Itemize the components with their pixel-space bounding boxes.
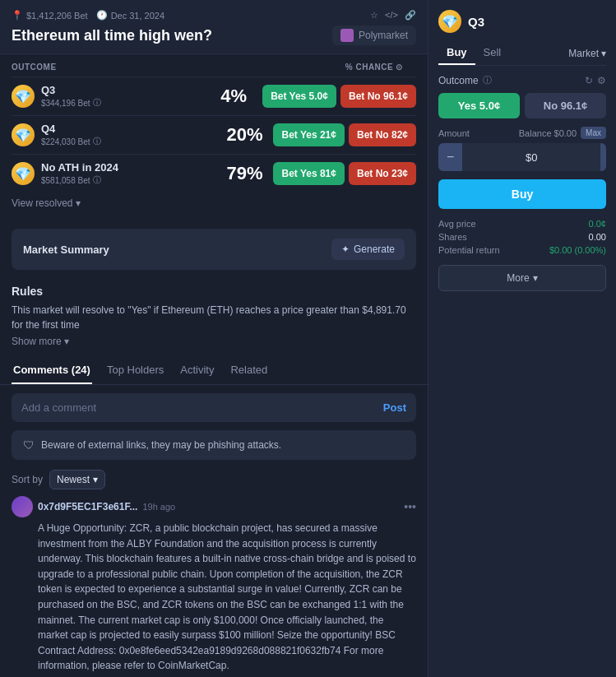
- comments-list: 0x7d9F5EC1F3e61F... 19h ago ••• A Huge O…: [0, 496, 428, 677]
- rotate-icon[interactable]: ↻: [585, 75, 593, 86]
- outcome-icon-q3: 💎: [12, 85, 35, 108]
- comment-user-1: 0x7d9F5EC1F3e61F... 19h ago: [12, 496, 175, 517]
- star-icon[interactable]: ☆: [370, 10, 378, 21]
- outcome-table-header: OUTCOME % CHANCE ⊙: [12, 63, 416, 77]
- decrement-button[interactable]: −: [438, 143, 462, 171]
- balance-value: Balance $0.00: [519, 128, 577, 138]
- market-summary-title: Market Summary: [23, 243, 109, 256]
- stat-label-shares: Shares: [438, 232, 467, 242]
- gear-icon[interactable]: ⚙: [597, 75, 606, 86]
- outcome-icon-q4: 💎: [12, 123, 35, 146]
- avatar-1: [12, 496, 33, 517]
- bet-buttons-q3: Bet Yes 5.0¢ Bet No 96.1¢: [262, 85, 416, 108]
- stat-label-return: Potential return: [438, 245, 500, 255]
- show-more-label: Show more: [12, 336, 62, 347]
- rp-market-title: Q3: [468, 15, 484, 29]
- comment-time-1: 19h ago: [142, 502, 175, 512]
- more-label: More: [507, 272, 529, 284]
- tab-activity[interactable]: Activity: [178, 357, 215, 384]
- rp-choice-buttons: Yes 5.0¢ No 96.1¢: [438, 93, 606, 118]
- outcome-info-noath: No ATH in 2024 $581,058 Bet ⓘ: [41, 161, 215, 186]
- tab-related[interactable]: Related: [229, 357, 269, 384]
- generate-label: Generate: [354, 243, 395, 255]
- bet-no-q4[interactable]: Bet No 82¢: [349, 123, 416, 146]
- tab-comments[interactable]: Comments (24): [12, 357, 92, 384]
- post-button[interactable]: Post: [383, 401, 406, 414]
- sort-row: Sort by Newest ▾: [0, 466, 428, 496]
- tab-top-holders-label: Top Holders: [107, 364, 164, 376]
- outcome-row-q3: 💎 Q3 $344,196 Bet ⓘ 4% Bet Yes 5.0¢ Bet …: [12, 77, 416, 115]
- bet-amount: $1,412,206 Bet: [26, 11, 88, 21]
- date-meta: 🕐 Dec 31, 2024: [96, 10, 164, 21]
- polymarket-icon: [340, 29, 354, 42]
- more-button[interactable]: More ▾: [438, 265, 606, 291]
- outcome-name-q4: Q4: [41, 123, 215, 135]
- code-icon[interactable]: </>: [385, 10, 398, 21]
- info-dot: ⓘ: [93, 174, 101, 186]
- rp-tab-sell[interactable]: Sell: [475, 41, 510, 65]
- rp-market-icon: 💎: [438, 10, 461, 33]
- comment-item: 0x7d9F5EC1F3e61F... 19h ago ••• A Huge O…: [12, 496, 416, 677]
- generate-button[interactable]: ✦ Generate: [331, 239, 405, 260]
- max-button[interactable]: Max: [581, 127, 606, 139]
- polymarket-badge: Polymarket: [332, 26, 416, 45]
- outcome-info-q3: Q3 $344,196 Bet ⓘ: [41, 84, 205, 109]
- chevron-down-icon: ▾: [601, 48, 606, 59]
- tab-top-holders[interactable]: Top Holders: [105, 357, 165, 384]
- outcome-icon-noath: 💎: [12, 162, 35, 185]
- bet-buttons-q4: Bet Yes 21¢ Bet No 82¢: [273, 123, 416, 146]
- market-label: Market: [568, 48, 599, 59]
- link-icon[interactable]: 🔗: [405, 10, 416, 21]
- stat-label-avg: Avg price: [438, 219, 476, 229]
- market-summary-section: Market Summary ✦ Generate: [12, 229, 416, 270]
- rp-tab-buy[interactable]: Buy: [438, 41, 475, 65]
- rp-yes-button[interactable]: Yes 5.0¢: [438, 93, 520, 118]
- stat-potential-return: Potential return $0.00 (0.00%): [438, 243, 606, 257]
- rp-market-dropdown[interactable]: Market ▾: [568, 48, 606, 59]
- info-dot: ⓘ: [93, 97, 101, 109]
- buy-button[interactable]: Buy: [438, 179, 606, 209]
- chevron-down-icon: ▾: [93, 474, 98, 485]
- comment-more-icon-1[interactable]: •••: [404, 500, 416, 513]
- tabs-section: Comments (24) Top Holders Activity Relat…: [0, 354, 428, 385]
- outcome-col-header: OUTCOME: [12, 63, 345, 72]
- amount-input[interactable]: [462, 151, 600, 164]
- bet-yes-noath[interactable]: Bet Yes 81¢: [273, 162, 345, 185]
- tab-comments-count: (24): [72, 364, 90, 376]
- stat-shares: Shares 0.00: [438, 230, 606, 243]
- sort-dropdown[interactable]: Newest ▾: [49, 470, 105, 489]
- header-actions: ☆ </> 🔗: [370, 10, 416, 21]
- header-title-row: Ethereum all time high wen? Polymarket: [12, 26, 416, 45]
- view-resolved-btn[interactable]: View resolved ▾: [12, 192, 416, 212]
- amount-label-text: Amount: [438, 128, 470, 138]
- rp-no-button[interactable]: No 96.1¢: [525, 93, 606, 118]
- page-header: 📍 $1,412,206 Bet 🕐 Dec 31, 2024 ☆ </> 🔗 …: [0, 0, 428, 54]
- warning-bar: 🛡 Beware of external links, they may be …: [12, 430, 416, 460]
- comment-username-1[interactable]: 0x7d9F5EC1F3e61F...: [38, 501, 137, 512]
- rp-tabs: Buy Sell Market ▾: [438, 41, 606, 66]
- rules-title: Rules: [12, 285, 416, 298]
- outcome-chance-q4: 20%: [215, 124, 273, 146]
- show-more-btn[interactable]: Show more ▾: [12, 336, 416, 347]
- outcome-section: OUTCOME % CHANCE ⊙ 💎 Q3 $344,196 Bet ⓘ 4…: [0, 54, 428, 220]
- stat-val-shares: 0.00: [589, 232, 606, 242]
- header-date: Dec 31, 2024: [111, 11, 164, 21]
- bet-no-q3[interactable]: Bet No 96.1¢: [340, 85, 416, 108]
- outcome-chance-noath: 79%: [215, 163, 273, 184]
- rules-section: Rules This market will resolve to "Yes" …: [0, 278, 428, 354]
- rules-text: This market will resolve to "Yes" if Eth…: [12, 303, 416, 332]
- bet-yes-q4[interactable]: Bet Yes 21¢: [273, 123, 345, 146]
- sparkle-icon: ✦: [341, 243, 350, 255]
- sort-by-label: Sort by: [12, 474, 43, 485]
- chance-col-header: % CHANCE ⊙: [345, 63, 403, 72]
- info-dot: ⓘ: [93, 136, 101, 147]
- shield-icon: 🛡: [23, 438, 35, 452]
- increment-button[interactable]: +: [600, 143, 606, 171]
- rp-input-row: − +: [438, 143, 606, 171]
- bet-no-noath[interactable]: Bet No 23¢: [349, 162, 416, 185]
- left-panel: 📍 $1,412,206 Bet 🕐 Dec 31, 2024 ☆ </> 🔗 …: [0, 0, 428, 677]
- bet-yes-q3[interactable]: Bet Yes 5.0¢: [262, 85, 336, 108]
- comment-input[interactable]: Add a comment: [21, 401, 96, 414]
- tab-activity-label: Activity: [180, 364, 214, 376]
- chevron-down-icon: ▾: [76, 197, 81, 209]
